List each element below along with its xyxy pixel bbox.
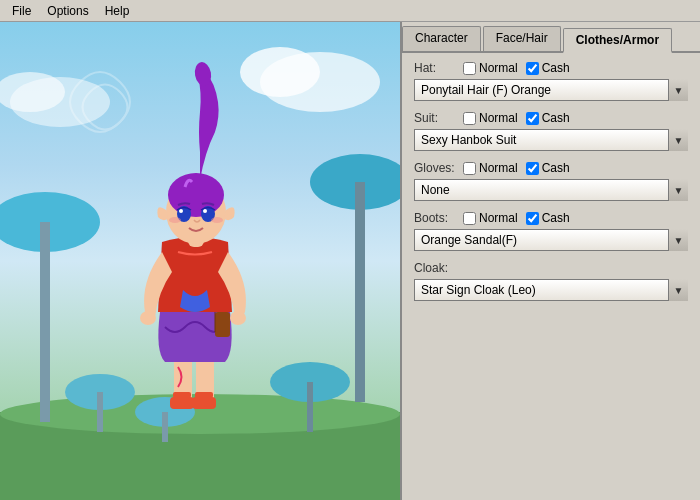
svg-point-28 [168, 173, 224, 217]
cloak-dropdown[interactable]: Star Sign Cloak (Leo) [414, 279, 688, 301]
hat-normal-checkbox[interactable] [463, 62, 476, 75]
gloves-dropdown-container: None ▼ [414, 179, 688, 201]
gloves-cash-checkbox-item[interactable]: Cash [526, 161, 570, 175]
boots-row: Boots: Normal Cash Orange S [414, 211, 688, 251]
character-view [0, 22, 400, 500]
menubar: File Options Help [0, 0, 700, 22]
svg-rect-19 [192, 397, 216, 409]
boots-normal-checkbox-item[interactable]: Normal [463, 211, 518, 225]
svg-rect-21 [195, 392, 213, 398]
cloak-row: Cloak: Star Sign Cloak (Leo) ▼ [414, 261, 688, 301]
menu-file[interactable]: File [4, 2, 39, 20]
suit-dropdown[interactable]: Sexy Hanbok Suit [414, 129, 688, 151]
scene-svg [0, 22, 400, 500]
boots-label: Boots: [414, 211, 459, 225]
hat-row: Hat: Normal Cash Ponytail H [414, 61, 688, 101]
svg-point-1 [240, 47, 320, 97]
gloves-checkbox-group: Normal Cash [463, 161, 570, 175]
suit-label: Suit: [414, 111, 459, 125]
svg-rect-9 [355, 182, 365, 402]
svg-point-33 [203, 209, 207, 213]
hat-dropdown-container: Ponytail Hair (F) Orange ▼ [414, 79, 688, 101]
hat-label-row: Hat: Normal Cash [414, 61, 688, 75]
gloves-cash-checkbox[interactable] [526, 162, 539, 175]
svg-point-35 [211, 217, 223, 223]
boots-normal-label: Normal [479, 211, 518, 225]
cloak-label: Cloak: [414, 261, 459, 275]
suit-normal-checkbox[interactable] [463, 112, 476, 125]
hat-cash-checkbox[interactable] [526, 62, 539, 75]
hat-cash-checkbox-item[interactable]: Cash [526, 61, 570, 75]
tab-character[interactable]: Character [402, 26, 481, 51]
suit-checkbox-group: Normal Cash [463, 111, 570, 125]
boots-checkbox-group: Normal Cash [463, 211, 570, 225]
gloves-normal-label: Normal [479, 161, 518, 175]
svg-rect-25 [215, 312, 230, 337]
suit-normal-checkbox-item[interactable]: Normal [463, 111, 518, 125]
suit-label-row: Suit: Normal Cash [414, 111, 688, 125]
suit-normal-label: Normal [479, 111, 518, 125]
hat-label: Hat: [414, 61, 459, 75]
boots-normal-checkbox[interactable] [463, 212, 476, 225]
gloves-label: Gloves: [414, 161, 459, 175]
gloves-normal-checkbox[interactable] [463, 162, 476, 175]
suit-row: Suit: Normal Cash Sexy Hanb [414, 111, 688, 151]
panel-content: Hat: Normal Cash Ponytail H [402, 53, 700, 500]
suit-cash-checkbox[interactable] [526, 112, 539, 125]
gloves-cash-label: Cash [542, 161, 570, 175]
svg-rect-15 [162, 412, 168, 442]
svg-point-24 [230, 311, 246, 325]
tab-clothes-armor[interactable]: Clothes/Armor [563, 28, 672, 53]
suit-cash-label: Cash [542, 111, 570, 125]
boots-dropdown[interactable]: Orange Sandal(F) [414, 229, 688, 251]
gloves-label-row: Gloves: Normal Cash [414, 161, 688, 175]
tab-face-hair[interactable]: Face/Hair [483, 26, 561, 51]
suit-dropdown-container: Sexy Hanbok Suit ▼ [414, 129, 688, 151]
tabs: Character Face/Hair Clothes/Armor [402, 22, 700, 53]
svg-rect-13 [307, 382, 313, 432]
svg-rect-18 [170, 397, 194, 409]
menu-help[interactable]: Help [97, 2, 138, 20]
boots-cash-label: Cash [542, 211, 570, 225]
boots-cash-checkbox-item[interactable]: Cash [526, 211, 570, 225]
svg-point-23 [140, 311, 156, 325]
boots-dropdown-container: Orange Sandal(F) ▼ [414, 229, 688, 251]
hat-dropdown[interactable]: Ponytail Hair (F) Orange [414, 79, 688, 101]
svg-rect-20 [173, 392, 191, 398]
boots-cash-checkbox[interactable] [526, 212, 539, 225]
right-panel: Character Face/Hair Clothes/Armor Hat: N… [400, 22, 700, 500]
hat-normal-checkbox-item[interactable]: Normal [463, 61, 518, 75]
gloves-normal-checkbox-item[interactable]: Normal [463, 161, 518, 175]
svg-point-34 [169, 217, 181, 223]
hat-normal-label: Normal [479, 61, 518, 75]
menu-options[interactable]: Options [39, 2, 96, 20]
gloves-dropdown[interactable]: None [414, 179, 688, 201]
suit-cash-checkbox-item[interactable]: Cash [526, 111, 570, 125]
cloak-dropdown-container: Star Sign Cloak (Leo) ▼ [414, 279, 688, 301]
svg-rect-11 [97, 392, 103, 432]
main-area: Character Face/Hair Clothes/Armor Hat: N… [0, 22, 700, 500]
cloak-label-row: Cloak: [414, 261, 688, 275]
svg-point-32 [179, 209, 183, 213]
boots-label-row: Boots: Normal Cash [414, 211, 688, 225]
svg-rect-7 [40, 222, 50, 422]
gloves-row: Gloves: Normal Cash None [414, 161, 688, 201]
hat-checkbox-group: Normal Cash [463, 61, 570, 75]
hat-cash-label: Cash [542, 61, 570, 75]
